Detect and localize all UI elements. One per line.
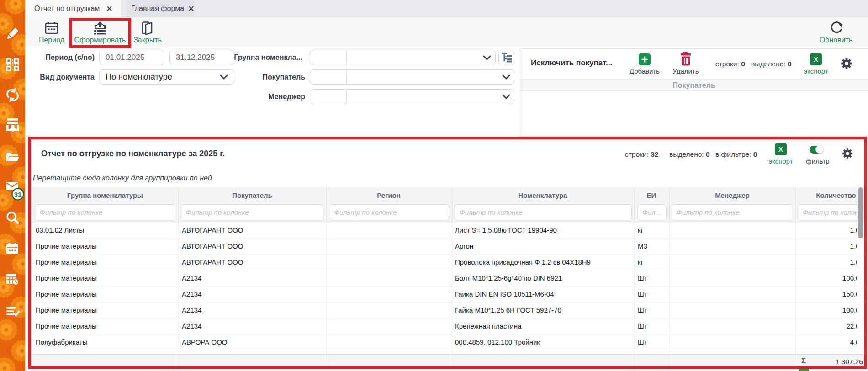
- svg-text:31: 31: [14, 191, 22, 198]
